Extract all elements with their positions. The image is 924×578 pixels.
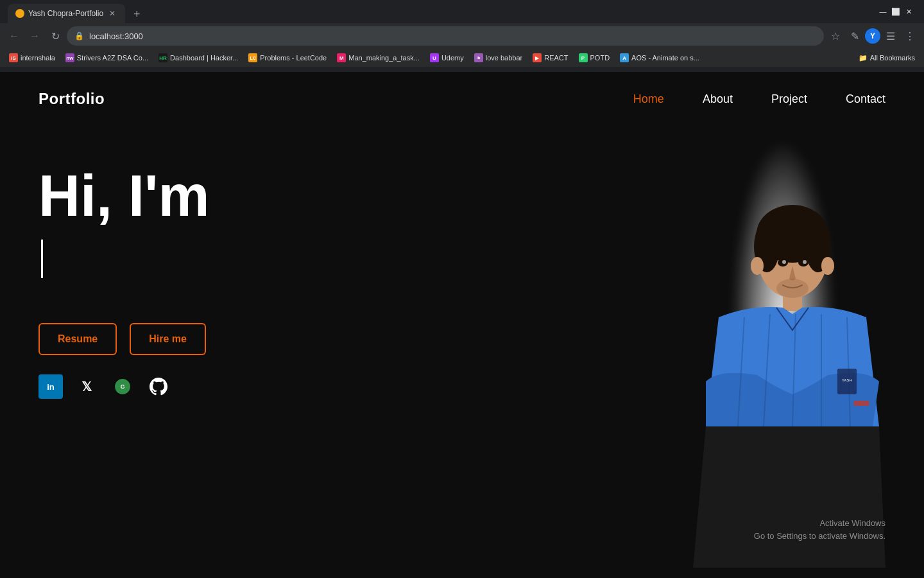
linkedin-icon[interactable]: in — [38, 374, 63, 399]
typing-cursor — [41, 240, 43, 278]
bookmark-man[interactable]: M Man_making_a_task... — [333, 52, 424, 64]
extension-puzzle-button[interactable]: ✎ — [846, 27, 864, 45]
svg-point-13 — [821, 257, 834, 275]
bookmark-favicon: IS — [9, 53, 18, 62]
bookmark-favicon: A — [620, 53, 629, 62]
bookmark-button[interactable]: ☆ — [826, 27, 844, 45]
title-bar: Y Yash Chopra-Portfolio ✕ + — ⬜ ✕ — [0, 0, 924, 23]
refresh-button[interactable]: ↻ — [46, 27, 64, 45]
svg-text:YASH: YASH — [842, 378, 852, 382]
bookmark-label: POTD — [590, 54, 610, 62]
bookmark-favicon: ▶ — [533, 53, 542, 62]
github-svg — [150, 378, 167, 396]
bookmark-favicon: M — [337, 53, 346, 62]
tab-favicon: Y — [15, 9, 24, 18]
bookmark-favicon: LC — [248, 53, 257, 62]
activate-line1: Activate Windows — [754, 517, 886, 530]
bookmark-label: Dashboard | Hacker... — [170, 54, 238, 62]
bookmark-label: Strivers A2Z DSA Co... — [77, 54, 148, 62]
resume-button[interactable]: Resume — [38, 323, 117, 355]
back-button[interactable]: ← — [5, 27, 23, 45]
activate-windows-watermark: Activate Windows Go to Settings to activ… — [754, 517, 886, 542]
bookmark-potd[interactable]: P POTD — [575, 52, 614, 64]
address-bar[interactable] — [89, 31, 816, 41]
svg-text:G: G — [121, 383, 125, 390]
tab-title: Yash Chopra-Portfolio — [28, 9, 103, 18]
hire-me-button[interactable]: Hire me — [130, 323, 206, 355]
menu-button[interactable]: ⋮ — [901, 27, 919, 45]
close-button[interactable]: ✕ — [903, 6, 914, 17]
minimize-button[interactable]: — — [878, 6, 888, 17]
bookmark-favicon: U — [430, 53, 439, 62]
all-bookmarks-icon: 📁 — [859, 54, 868, 62]
svg-point-17 — [803, 260, 807, 264]
bookmarks-bar: IS internshala nw Strivers A2Z DSA Co...… — [0, 49, 924, 67]
active-tab[interactable]: Y Yash Chopra-Portfolio ✕ — [8, 4, 125, 23]
bookmark-favicon: lb — [474, 53, 483, 62]
svg-point-16 — [782, 260, 786, 264]
tab-close-button[interactable]: ✕ — [107, 8, 117, 19]
nav-logo[interactable]: Portfolio — [38, 90, 105, 108]
bookmark-favicon: nw — [65, 53, 74, 62]
twitter-icon[interactable]: 𝕏 — [74, 374, 99, 399]
toolbar: ← → ↻ 🔒 ☆ ✎ Y ☰ ⋮ — [0, 23, 924, 49]
svg-rect-21 — [853, 401, 869, 406]
bookmark-strivers[interactable]: nw Strivers A2Z DSA Co... — [62, 52, 152, 64]
bookmark-label: Udemy — [441, 54, 464, 62]
bookmark-internshala[interactable]: IS internshala — [5, 52, 59, 64]
bookmark-aos[interactable]: A AOS - Animate on s... — [616, 52, 703, 64]
bookmark-lovebabbar[interactable]: lb love babbar — [470, 52, 527, 64]
svg-point-12 — [751, 257, 764, 275]
gfg-svg: G — [114, 378, 131, 395]
profile-button[interactable]: Y — [865, 28, 880, 44]
browser-chrome: Y Yash Chopra-Portfolio ✕ + — ⬜ ✕ ← → ↻ … — [0, 0, 924, 72]
bookmark-udemy[interactable]: U Udemy — [426, 52, 468, 64]
bookmark-hackerrank[interactable]: HR Dashboard | Hacker... — [155, 52, 242, 64]
bookmark-favicon: HR — [158, 53, 167, 62]
activate-line2: Go to Settings to activate Windows. — [754, 530, 886, 543]
linkedin-text: in — [47, 382, 55, 392]
twitter-text: 𝕏 — [81, 379, 92, 394]
bookmark-react[interactable]: ▶ REACT — [529, 52, 572, 64]
nav-link-contact[interactable]: Contact — [846, 92, 886, 106]
navigation: Portfolio Home About Project Contact — [0, 72, 924, 126]
gfg-icon[interactable]: G — [110, 374, 135, 399]
bookmark-label: AOS - Animate on s... — [631, 54, 699, 62]
bookmark-leetcode[interactable]: LC Problems - LeetCode — [244, 52, 330, 64]
window-controls: — ⬜ ✕ — [878, 6, 914, 17]
forward-button[interactable]: → — [26, 27, 44, 45]
nav-link-project[interactable]: Project — [771, 92, 807, 106]
portfolio-page: Portfolio Home About Project Contact Hi,… — [0, 72, 924, 578]
hero-person-image: YASH — [654, 202, 924, 568]
nav-link-about[interactable]: About — [703, 92, 733, 106]
bookmark-label: Problems - LeetCode — [260, 54, 327, 62]
sidebar-button[interactable]: ☰ — [882, 27, 900, 45]
hero-section: Hi, I'm Resume Hire me in 𝕏 — [0, 126, 924, 568]
bookmark-label: love babbar — [486, 54, 523, 62]
bookmark-label: REACT — [544, 54, 568, 62]
bookmark-label: internshala — [21, 54, 55, 62]
all-bookmarks-button[interactable]: 📁 All Bookmarks — [855, 53, 919, 64]
maximize-button[interactable]: ⬜ — [891, 6, 901, 17]
bookmark-label: Man_making_a_task... — [348, 54, 420, 62]
nav-link-home[interactable]: Home — [633, 92, 664, 106]
tabs-bar: Y Yash Chopra-Portfolio ✕ + — [5, 0, 878, 23]
toolbar-actions: ☆ ✎ Y ☰ ⋮ — [826, 27, 919, 45]
svg-point-18 — [776, 279, 809, 298]
all-bookmarks-label: All Bookmarks — [870, 54, 915, 62]
new-tab-button[interactable]: + — [128, 5, 146, 23]
person-svg: YASH — [654, 202, 924, 568]
lock-icon: 🔒 — [74, 31, 84, 40]
github-icon[interactable] — [146, 374, 171, 399]
nav-links: Home About Project Contact — [633, 92, 886, 106]
bookmark-favicon: P — [579, 53, 588, 62]
address-bar-container[interactable]: 🔒 — [67, 26, 824, 46]
